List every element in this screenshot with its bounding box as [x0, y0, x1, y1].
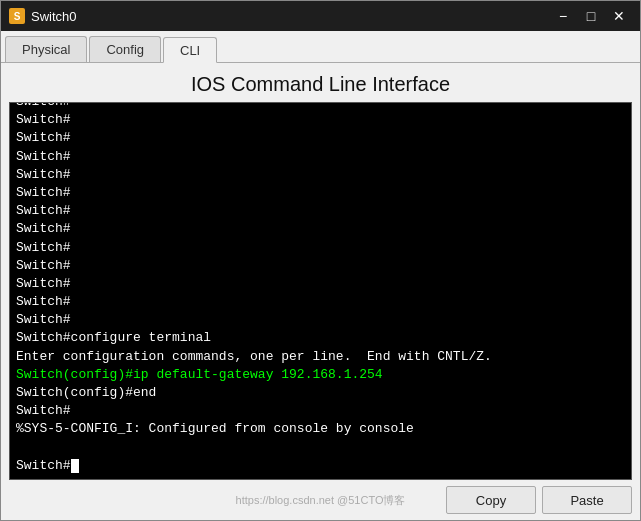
watermark: https://blog.csdn.net @51CTO博客 — [236, 493, 406, 508]
terminal-wrapper: Switch# Switch# Switch# Switch# Switch# … — [9, 102, 632, 480]
maximize-button[interactable]: □ — [578, 6, 604, 26]
minimize-button[interactable]: − — [550, 6, 576, 26]
tab-config[interactable]: Config — [89, 36, 161, 62]
tab-bar: Physical Config CLI — [1, 31, 640, 63]
tab-cli[interactable]: CLI — [163, 37, 217, 63]
window-controls: − □ ✕ — [550, 6, 632, 26]
app-icon: S — [9, 8, 25, 24]
main-window: S Switch0 − □ ✕ Physical Config CLI IOS … — [0, 0, 641, 521]
window-title: Switch0 — [31, 9, 550, 24]
page-title: IOS Command Line Interface — [1, 63, 640, 102]
content-area: IOS Command Line Interface Switch# Switc… — [1, 63, 640, 520]
close-button[interactable]: ✕ — [606, 6, 632, 26]
bottom-bar: https://blog.csdn.net @51CTO博客 Copy Past… — [1, 480, 640, 520]
title-bar: S Switch0 − □ ✕ — [1, 1, 640, 31]
paste-button[interactable]: Paste — [542, 486, 632, 514]
terminal-output[interactable]: Switch# Switch# Switch# Switch# Switch# … — [9, 102, 632, 480]
copy-button[interactable]: Copy — [446, 486, 536, 514]
tab-physical[interactable]: Physical — [5, 36, 87, 62]
